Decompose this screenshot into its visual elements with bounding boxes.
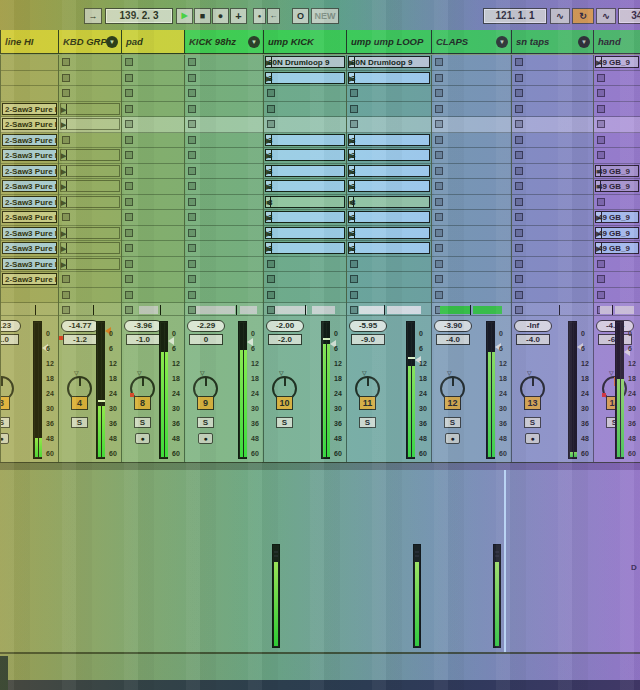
clip-stop-button[interactable] (435, 151, 443, 159)
clip[interactable]: ▶80N Drumloop 9 (265, 56, 345, 68)
clip-slot[interactable] (122, 133, 184, 149)
clip-stop-button[interactable] (515, 58, 523, 66)
clip-slot[interactable] (432, 195, 511, 211)
clip-stop-button[interactable] (125, 105, 133, 113)
clip-slot[interactable] (594, 272, 640, 288)
clip[interactable]: ▶3 (348, 72, 430, 84)
clip[interactable]: 2-Saw3 Pure N (2, 134, 57, 146)
clip-hatched[interactable]: ▶ (60, 149, 120, 161)
clip-slot[interactable] (432, 86, 511, 102)
clip-slot[interactable]: ▶3 (264, 71, 346, 87)
clip-stop-button[interactable] (350, 291, 358, 299)
clip-stop-button[interactable] (515, 244, 523, 252)
clip-stop-button[interactable] (597, 260, 605, 268)
track-activator-4[interactable]: 4 (71, 396, 88, 410)
clip[interactable]: ▶49 GB_9 (595, 242, 639, 254)
clip-slot[interactable]: ▶ (59, 102, 121, 118)
stop-button[interactable]: ■ (194, 8, 211, 24)
arm-button[interactable]: ● (445, 433, 460, 444)
clip-stop-button[interactable] (267, 275, 275, 283)
clip-stop-button[interactable] (350, 275, 358, 283)
clip-stop-button[interactable] (62, 291, 70, 299)
clip-slot[interactable] (432, 257, 511, 273)
clip-slot[interactable] (264, 257, 346, 273)
clip-stop-button[interactable] (188, 74, 196, 82)
clip-play-icon[interactable]: ▶ (61, 228, 67, 239)
clip-slot[interactable] (122, 288, 184, 304)
clip-slot[interactable]: ▶3 (347, 179, 431, 195)
peak-level-display[interactable]: -1.23 (0, 320, 21, 332)
volume-field[interactable]: -1.2 (63, 334, 97, 345)
clip-slot[interactable] (185, 133, 263, 149)
clip[interactable]: ▶49 GB_9 (595, 211, 639, 223)
peak-level-display[interactable]: -Inf (514, 320, 552, 332)
clip-play-icon[interactable]: ▶ (61, 197, 67, 208)
clip-slot[interactable] (594, 257, 640, 273)
clip-stop-button[interactable] (62, 58, 70, 66)
clip[interactable]: ▶3 (348, 165, 430, 177)
clip-stop-button[interactable] (62, 74, 70, 82)
clip-play-icon[interactable]: ▶ (61, 150, 67, 161)
clip-stop-button[interactable] (62, 89, 70, 97)
clip-slot[interactable]: 2-Saw3 Pure N (1, 257, 58, 273)
arrangement-position-display[interactable]: 139. 2. 3 (105, 8, 173, 24)
chevron-down-icon[interactable]: ▼ (496, 36, 508, 48)
track-activator-13[interactable]: 13 (524, 396, 541, 410)
clip-slot[interactable] (122, 210, 184, 226)
clip-slot[interactable] (594, 102, 640, 118)
peak-level-display[interactable]: -2.00 (266, 320, 304, 332)
clip-slot[interactable] (432, 288, 511, 304)
clip-slot[interactable]: ■49 GB_9 (594, 164, 640, 180)
chevron-down-icon[interactable]: ▼ (106, 36, 118, 48)
clip-slot[interactable]: ■3 (347, 195, 431, 211)
clip-slot[interactable]: ▶3 (264, 179, 346, 195)
clip-slot[interactable] (512, 210, 593, 226)
volume-field[interactable]: -9.0 (351, 334, 385, 345)
clip-slot[interactable] (264, 102, 346, 118)
track-stop-button[interactable] (188, 306, 196, 314)
clip[interactable]: ▶3 (265, 227, 345, 239)
arm-button[interactable]: ● (525, 433, 540, 444)
clip-slot[interactable]: ▶3 (347, 133, 431, 149)
clip-slot[interactable]: ■3 (264, 195, 346, 211)
clip-slot[interactable] (594, 288, 640, 304)
clip[interactable]: 2-Saw3 Pure N (2, 227, 57, 239)
clip-stop-button[interactable] (267, 105, 275, 113)
clip[interactable]: 2-Saw3 Pure N (2, 103, 57, 115)
clip-stop-button[interactable] (597, 151, 605, 159)
clip-stop-button[interactable] (515, 275, 523, 283)
clip-slot[interactable] (185, 210, 263, 226)
clip-stop-button[interactable] (515, 260, 523, 268)
clip-slot[interactable] (432, 117, 511, 133)
track-stop-button[interactable] (515, 306, 523, 314)
clip-slot[interactable] (347, 86, 431, 102)
track-header-claps[interactable]: CLAPS▼ (431, 30, 511, 54)
clip-slot[interactable] (347, 288, 431, 304)
clip[interactable]: ▶3 (348, 180, 430, 192)
clip-stop-button[interactable] (125, 74, 133, 82)
clip-slot[interactable] (512, 71, 593, 87)
clip[interactable]: ▶3 (265, 242, 345, 254)
clip-stop-button[interactable] (435, 291, 443, 299)
volume-field[interactable]: -4.0 (516, 334, 550, 345)
clip-stop-button[interactable] (597, 198, 605, 206)
clip[interactable]: ■3 (265, 196, 345, 208)
track-activator-3[interactable]: 3 (0, 396, 10, 410)
punch-out-button[interactable]: ∿ (596, 8, 616, 24)
clip-stop-button[interactable] (188, 244, 196, 252)
track-header-line-hi[interactable]: line HI (0, 30, 58, 54)
clip-stop-button[interactable] (515, 136, 523, 144)
clip-slot[interactable]: ▶ (59, 195, 121, 211)
clip-hatched[interactable]: ▶ (60, 165, 120, 177)
clip-stop-button[interactable] (188, 58, 196, 66)
solo-button[interactable]: S (134, 417, 151, 428)
track-stop-button[interactable] (267, 306, 275, 314)
chevron-down-icon[interactable]: ▼ (578, 36, 590, 48)
volume-field[interactable]: 0 (189, 334, 223, 345)
clip-slot[interactable] (512, 164, 593, 180)
clip-stop-button[interactable] (188, 182, 196, 190)
clip-slot[interactable] (512, 241, 593, 257)
reenable-automation-button[interactable]: ← (267, 8, 280, 24)
clip-stop-button[interactable] (188, 275, 196, 283)
clip-slot[interactable] (185, 179, 263, 195)
